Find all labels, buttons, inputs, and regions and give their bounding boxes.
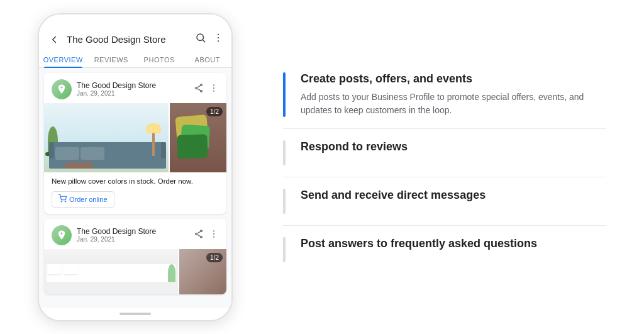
svg-point-11 xyxy=(213,87,214,89)
info-panel: Create posts, offers, and events Add pos… xyxy=(270,61,606,274)
share-icon-2[interactable] xyxy=(194,229,204,242)
svg-point-17 xyxy=(201,236,203,238)
feature-title-4: Post answers to frequently asked questio… xyxy=(301,237,606,250)
search-icon[interactable] xyxy=(195,32,206,47)
post-store-name-1: The Good Design Store xyxy=(77,81,189,90)
feature-create-posts: Create posts, offers, and events Add pos… xyxy=(283,61,606,128)
post-images-2: 1/2 xyxy=(44,249,226,294)
post-meta-2: The Good Design Store Jan. 29, 2021 xyxy=(77,227,189,243)
svg-line-1 xyxy=(203,40,204,42)
svg-point-12 xyxy=(213,90,214,91)
feature-faq: Post answers to frequently asked questio… xyxy=(283,226,606,274)
main-container: The Good Design Store OVERVIEW REVIEWS xyxy=(0,0,644,334)
status-bar xyxy=(39,14,231,30)
cart-icon xyxy=(58,194,67,204)
phone-header-title: The Good Design Store xyxy=(67,34,190,45)
post-date-2: Jan. 29, 2021 xyxy=(77,236,189,243)
post-body-1: New pillow cover colors in stock. Order … xyxy=(44,172,226,187)
post-card-1: The Good Design Store Jan. 29, 2021 xyxy=(44,73,226,214)
post-meta-1: The Good Design Store Jan. 29, 2021 xyxy=(77,81,189,97)
tab-about[interactable]: ABOUT xyxy=(184,51,232,67)
img-counter-1: 1/2 xyxy=(206,107,223,116)
svg-point-4 xyxy=(218,40,219,42)
feature-messages: Send and receive direct messages xyxy=(283,177,606,225)
svg-point-13 xyxy=(61,201,62,201)
home-indicator xyxy=(119,313,151,315)
tab-reviews[interactable]: REVIEWS xyxy=(87,51,136,67)
tab-overview[interactable]: OVERVIEW xyxy=(39,51,87,67)
feature-title-2: Respond to reviews xyxy=(301,140,606,153)
avatar-2 xyxy=(52,225,72,245)
more-post-icon[interactable] xyxy=(209,83,219,96)
more-post-icon-2[interactable] xyxy=(209,229,219,242)
feature-text-1: Create posts, offers, and events Add pos… xyxy=(301,72,606,117)
phone-header: The Good Design Store xyxy=(39,30,231,51)
phone-mockup: The Good Design Store OVERVIEW REVIEWS xyxy=(38,13,233,321)
svg-line-18 xyxy=(197,235,201,237)
feature-bar-2 xyxy=(283,140,286,165)
post-img-pillows: 1/2 xyxy=(170,103,226,172)
feature-title-3: Send and receive direct messages xyxy=(301,189,606,202)
back-button[interactable] xyxy=(47,32,62,47)
svg-point-10 xyxy=(213,84,214,86)
svg-point-7 xyxy=(201,90,203,92)
svg-point-3 xyxy=(218,37,219,38)
post-date-1: Jan. 29, 2021 xyxy=(77,90,189,97)
svg-point-15 xyxy=(201,230,203,232)
svg-point-14 xyxy=(65,201,65,201)
post-header-2: The Good Design Store Jan. 29, 2021 xyxy=(44,219,226,249)
header-actions xyxy=(195,32,224,47)
post-images-1: 1/2 xyxy=(44,103,226,172)
tab-photos[interactable]: PHOTOS xyxy=(135,51,184,67)
svg-point-2 xyxy=(218,34,219,35)
feature-title-1: Create posts, offers, and events xyxy=(301,72,606,86)
feature-text-3: Send and receive direct messages xyxy=(301,189,606,214)
svg-line-8 xyxy=(197,89,201,91)
phone-tabs: OVERVIEW REVIEWS PHOTOS ABOUT xyxy=(39,51,231,68)
order-btn-label: Order online xyxy=(69,196,108,203)
svg-line-9 xyxy=(197,86,201,87)
post-header-1: The Good Design Store Jan. 29, 2021 xyxy=(44,73,226,103)
svg-point-22 xyxy=(213,236,214,237)
post-card-2: The Good Design Store Jan. 29, 2021 xyxy=(44,219,226,294)
feature-reviews: Respond to reviews xyxy=(283,129,606,177)
svg-point-16 xyxy=(196,233,197,235)
feature-text-4: Post answers to frequently asked questio… xyxy=(301,237,606,262)
feature-text-2: Respond to reviews xyxy=(301,140,606,165)
feature-bar-3 xyxy=(283,189,286,214)
phone-bottom-bar xyxy=(39,308,231,320)
phone-content: The Good Design Store Jan. 29, 2021 xyxy=(39,68,231,308)
feature-bar-4 xyxy=(283,237,286,262)
post-actions-2 xyxy=(194,229,219,242)
svg-point-20 xyxy=(213,230,214,231)
post-actions-1 xyxy=(194,83,219,96)
feature-desc-1: Add posts to your Business Profile to pr… xyxy=(301,91,606,117)
img-counter-2: 1/2 xyxy=(206,253,223,262)
post-store-name-2: The Good Design Store xyxy=(77,227,189,236)
svg-point-6 xyxy=(196,87,197,89)
svg-point-21 xyxy=(213,233,214,235)
feature-bar-1 xyxy=(283,72,286,117)
order-button[interactable]: Order online xyxy=(52,191,114,208)
post-img-bed xyxy=(44,249,178,294)
post-img-sofa xyxy=(44,103,169,172)
more-icon[interactable] xyxy=(213,32,224,47)
svg-line-19 xyxy=(197,231,201,233)
avatar-1 xyxy=(52,79,72,99)
post-img-detail: 1/2 xyxy=(179,249,226,294)
svg-point-5 xyxy=(201,84,203,86)
share-icon[interactable] xyxy=(194,83,204,96)
svg-point-0 xyxy=(197,34,204,41)
